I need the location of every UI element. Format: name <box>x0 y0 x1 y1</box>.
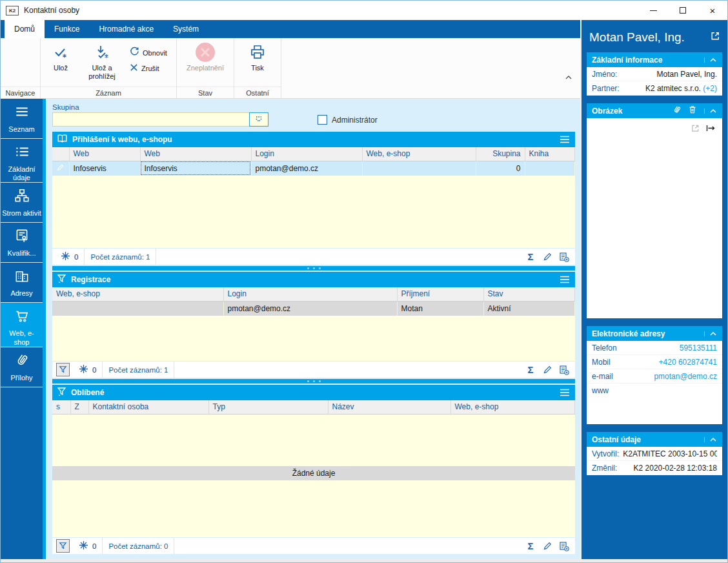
maximize-icon <box>680 7 686 14</box>
skupina-input[interactable] <box>53 113 250 126</box>
frozen-rows-icon[interactable] <box>61 251 70 262</box>
collapse-icon[interactable] <box>704 331 717 336</box>
tab-system[interactable]: Systém <box>163 20 208 38</box>
record-title: Motan Pavel, Ing. <box>589 30 685 45</box>
section-web-login-header: Přihlášení k webu, e-shopu <box>52 132 575 147</box>
tab-domu[interactable]: Domů <box>5 20 45 38</box>
column-header[interactable]: Kniha <box>525 147 575 161</box>
column-header[interactable]: Web <box>140 147 251 161</box>
edit-icon[interactable] <box>539 249 556 265</box>
email-link[interactable]: pmotan@demo.cz <box>654 372 717 381</box>
column-header[interactable]: Název <box>328 400 450 414</box>
column-header[interactable]: Příjmení <box>397 287 483 301</box>
section-menu-icon[interactable] <box>559 135 571 144</box>
delete-image-icon[interactable] <box>688 105 697 117</box>
administrator-checkbox[interactable] <box>318 115 327 125</box>
edit-icon[interactable] <box>539 362 556 378</box>
filter-icon <box>57 274 66 286</box>
add-record-icon[interactable] <box>556 538 572 554</box>
column-header[interactable]: Web, e-shop <box>362 147 476 161</box>
skupina-dropdown-button[interactable] <box>249 112 268 127</box>
table-cell[interactable]: pmotan@demo.cz <box>251 161 362 176</box>
detail-list-icon <box>14 143 30 163</box>
table-cell[interactable]: Motan <box>397 301 483 316</box>
book-icon <box>57 134 68 146</box>
table-row[interactable]: pmotan@demo.cz Motan Aktivní <box>52 301 575 316</box>
table-cell[interactable]: pmotan@demo.cz <box>223 301 397 316</box>
edit-icon[interactable] <box>539 538 556 554</box>
sidebar-item-seznam[interactable]: Seznam <box>1 99 43 139</box>
refresh-button[interactable]: Obnovit <box>126 45 174 60</box>
add-record-icon[interactable] <box>556 249 572 265</box>
phone-link[interactable]: 595135111 <box>680 343 717 353</box>
field-row: Jméno: Motan Pavel, Ing. <box>587 67 722 81</box>
table-cell[interactable]: Aktivní <box>483 301 575 316</box>
resize-image-icon[interactable] <box>705 123 716 136</box>
collapse-icon[interactable] <box>704 437 717 442</box>
invalidate-icon <box>194 43 216 62</box>
oblibene-table: s Z Kontaktní osoba Typ Název Web, e-sho… <box>52 400 575 415</box>
building-icon <box>14 267 30 287</box>
minimize-button[interactable] <box>638 1 668 20</box>
column-header[interactable]: Kontaktní osoba <box>88 400 208 414</box>
table-cell[interactable] <box>525 161 575 176</box>
column-header[interactable]: Login <box>251 147 362 161</box>
attach-image-icon[interactable] <box>672 105 682 118</box>
sidebar-item-web-eshop[interactable]: Web, e-shop <box>1 303 43 347</box>
column-header[interactable]: s <box>52 400 70 414</box>
column-header[interactable]: Web <box>69 147 140 161</box>
column-header[interactable]: Z <box>70 400 88 414</box>
cancel-button[interactable]: Zrušit <box>126 61 174 76</box>
splitter-handle[interactable] <box>52 265 575 272</box>
column-header[interactable]: Web, e-shop <box>52 287 223 301</box>
sidebar-item-strom-aktivit[interactable]: Strom aktivit <box>1 183 43 223</box>
tab-funkce[interactable]: Funkce <box>45 20 89 38</box>
add-record-icon[interactable] <box>556 362 572 378</box>
filter-button[interactable] <box>56 363 70 376</box>
ribbon-collapse-button[interactable] <box>565 71 572 83</box>
table-empty-area[interactable] <box>52 316 575 361</box>
column-header[interactable]: Skupina <box>476 147 525 161</box>
sidebar-item-kvalifikace[interactable]: Kvalifik... <box>1 223 43 263</box>
table-cell[interactable]: 0 <box>476 161 525 176</box>
table-cell[interactable] <box>52 301 223 316</box>
sum-icon[interactable]: Σ <box>522 249 539 265</box>
field-label: Vytvořil: <box>592 449 619 458</box>
sidebar-item-zakladni-udaje[interactable]: Základní údaje <box>1 139 43 183</box>
tab-hromadne-akce[interactable]: Hromadné akce <box>89 20 163 38</box>
close-button[interactable]: × <box>698 1 727 20</box>
maximize-button[interactable] <box>668 1 698 20</box>
column-header[interactable]: Typ <box>208 400 328 414</box>
save-button[interactable]: Ulož <box>43 40 78 74</box>
splitter-handle[interactable] <box>52 378 575 385</box>
table-header-row: Web Web Login Web, e-shop Skupina Kniha <box>52 147 575 161</box>
table-cell-focused[interactable]: Infoservis <box>140 161 251 176</box>
collapse-icon[interactable] <box>704 108 717 114</box>
sum-icon[interactable]: Σ <box>522 362 539 378</box>
open-record-icon[interactable] <box>710 30 721 44</box>
table-row[interactable]: Infoservis Infoservis pmotan@demo.cz 0 <box>52 161 575 176</box>
section-menu-icon[interactable] <box>559 388 571 397</box>
column-header[interactable]: Login <box>223 287 397 301</box>
frozen-rows-icon[interactable] <box>79 364 88 375</box>
oblibene-statusbar: 0 Počet záznamů: 0 Σ <box>52 537 575 554</box>
partner-more-link[interactable]: (+2) <box>703 84 717 93</box>
filter-button[interactable] <box>56 539 70 553</box>
table-cell[interactable]: Infoservis <box>69 161 140 176</box>
collapse-icon[interactable] <box>704 57 717 63</box>
column-header[interactable]: Stav <box>483 287 575 301</box>
record-count: Počet záznamů: 1 <box>85 249 156 265</box>
mobile-link[interactable]: +420 602874741 <box>659 358 717 367</box>
section-menu-icon[interactable] <box>559 275 571 284</box>
sidebar-item-prilohy[interactable]: Přílohy <box>1 347 43 387</box>
table-cell[interactable] <box>362 161 476 176</box>
table-empty-area[interactable]: Žádné údaje <box>52 415 575 538</box>
table-empty-area[interactable] <box>52 176 575 248</box>
frozen-rows-icon[interactable] <box>79 540 88 551</box>
row-marker-column-header <box>52 147 69 161</box>
column-header[interactable]: Web, e-shop <box>450 400 575 414</box>
sum-icon[interactable]: Σ <box>522 538 539 554</box>
sidebar-item-adresy[interactable]: Adresy <box>1 263 43 303</box>
print-button[interactable]: Tisk <box>237 40 278 74</box>
save-and-view-button[interactable]: Ulož a prohlížej <box>78 40 126 81</box>
